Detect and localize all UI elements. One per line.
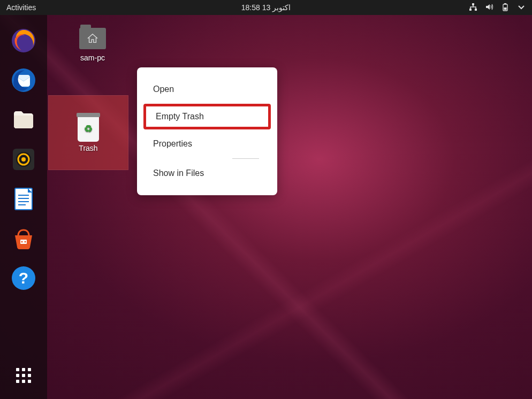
show-applications-button[interactable] — [16, 368, 31, 383]
menu-item-open[interactable]: Open — [137, 77, 277, 102]
desktop-icon-home[interactable]: sam-pc — [69, 27, 117, 62]
context-menu: Open Empty Trash Properties Show in File… — [137, 67, 277, 195]
menu-separator — [232, 158, 259, 159]
menu-item-show-in-files[interactable]: Show in Files — [137, 161, 277, 186]
battery-icon[interactable] — [501, 3, 510, 13]
volume-icon[interactable] — [485, 3, 493, 13]
network-icon[interactable] — [469, 3, 477, 13]
svg-rect-16 — [18, 204, 26, 205]
dock-rhythmbox[interactable] — [10, 145, 37, 173]
desktop-icon-trash[interactable]: ♻ Trash — [48, 95, 128, 170]
svg-rect-1 — [469, 9, 472, 11]
svg-rect-0 — [472, 3, 474, 5]
svg-text:?: ? — [19, 269, 28, 287]
dock-firefox[interactable] — [10, 27, 37, 55]
dock-libreoffice-writer[interactable] — [10, 185, 37, 213]
svg-rect-4 — [504, 3, 506, 4]
svg-point-19 — [25, 241, 26, 243]
top-panel: Activities اكتوبر 13 18:58 — [0, 0, 532, 15]
svg-rect-5 — [504, 7, 507, 10]
activities-button[interactable]: Activities — [6, 3, 36, 12]
dock-thunderbird[interactable] — [10, 66, 37, 94]
trash-icon: ♻ — [78, 116, 99, 142]
svg-point-11 — [21, 157, 26, 162]
svg-rect-2 — [475, 9, 477, 11]
chevron-down-icon[interactable] — [517, 3, 526, 13]
svg-rect-14 — [18, 198, 29, 199]
system-tray[interactable] — [469, 3, 526, 13]
svg-rect-15 — [18, 201, 29, 202]
menu-item-properties[interactable]: Properties — [137, 132, 277, 156]
clock[interactable]: اكتوبر 13 18:58 — [241, 3, 291, 12]
dock-help[interactable]: ? — [10, 264, 37, 292]
dock-files[interactable] — [10, 106, 37, 134]
svg-point-18 — [21, 241, 23, 243]
desktop-icon-label: Trash — [79, 144, 97, 152]
desktop-icon-label: sam-pc — [80, 53, 105, 62]
menu-item-empty-trash[interactable]: Empty Trash — [143, 104, 271, 129]
dock: ? — [0, 15, 47, 399]
svg-rect-13 — [18, 195, 29, 196]
dock-software-center[interactable] — [10, 225, 37, 252]
home-folder-icon — [79, 28, 106, 49]
